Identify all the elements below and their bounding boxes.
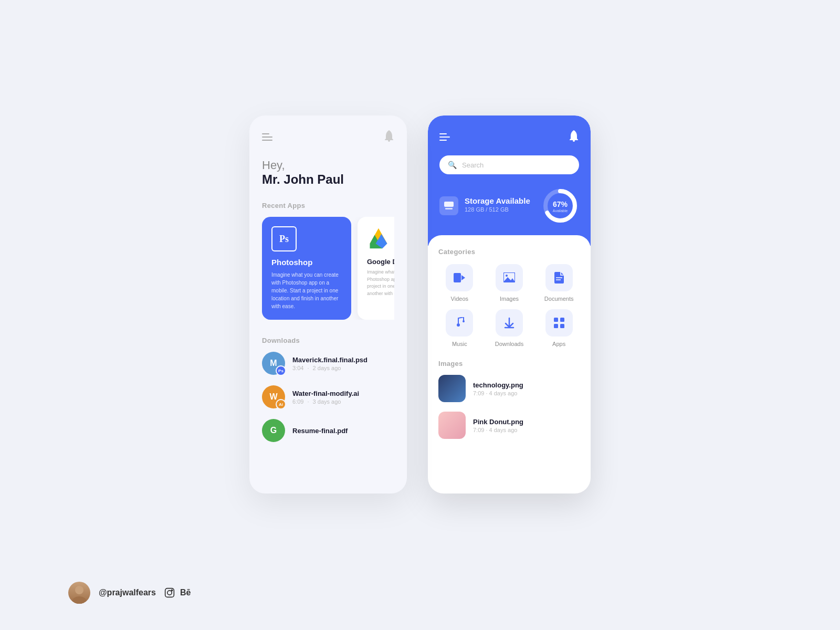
images-icon <box>496 264 523 291</box>
right-phone: 🔍 Search Storage Available 128 GB / 512 … <box>428 116 591 494</box>
category-documents[interactable]: Documents <box>538 264 580 302</box>
donut-image-meta: 7:09 · 4 days ago <box>473 427 523 433</box>
google-drive-card[interactable]: Google Dr Imagine what you Photoshop app… <box>358 217 394 320</box>
svg-point-0 <box>388 140 390 142</box>
storage-title: Storage Available <box>465 196 530 205</box>
behance-label: Bē <box>180 588 191 597</box>
greeting-hey: Hey, <box>262 159 394 172</box>
download-item[interactable]: W Ai Water-final-modify.ai 6:09 · 3 days… <box>262 385 394 408</box>
filename-resume: Resume-final.pdf <box>292 427 348 435</box>
download-item[interactable]: G Resume-final.pdf <box>262 419 394 442</box>
svg-rect-14 <box>554 318 558 322</box>
downloads-label: Downloads <box>495 341 523 347</box>
documents-icon <box>545 264 573 291</box>
file-info-maverick: Maverick.final.final.psd 3:04 · 2 days a… <box>292 356 368 371</box>
photoshop-card[interactable]: Ps Photoshop Imagine what you can create… <box>262 217 351 320</box>
file-info-water: Water-final-modify.ai 6:09 · 3 days ago <box>292 390 359 405</box>
file-meta-water: 6:09 · 3 days ago <box>292 398 359 405</box>
svg-point-21 <box>167 591 172 595</box>
svg-point-9 <box>506 275 508 277</box>
footer-social-icons: Bē <box>164 587 191 598</box>
photoshop-name: Photoshop <box>271 258 342 267</box>
storage-row: Storage Available 128 GB / 512 GB 67% Av… <box>439 187 579 225</box>
svg-rect-15 <box>560 318 564 322</box>
photoshop-desc: Imagine what you can create with Photosh… <box>271 271 342 310</box>
percent-label: Available <box>553 209 568 213</box>
file-meta-maverick: 3:04 · 2 days ago <box>292 365 368 371</box>
donut-image-info: Pink Donut.png 7:09 · 4 days ago <box>473 418 523 433</box>
storage-sub: 128 GB / 512 GB <box>465 206 530 213</box>
instagram-icon[interactable] <box>164 587 175 598</box>
downloads-label: Downloads <box>262 337 394 344</box>
right-phone-bottom: Categories Videos <box>428 235 591 461</box>
drive-desc: Imagine what you Photoshop app on a proj… <box>367 269 394 297</box>
svg-rect-17 <box>560 324 564 328</box>
categories-label: Categories <box>438 248 580 256</box>
right-phone-top: 🔍 Search Storage Available 128 GB / 512 … <box>428 116 591 246</box>
downloads-section: Downloads M Ps Maverick.final.final.psd … <box>262 337 394 442</box>
percent-number: 67% <box>553 200 568 208</box>
tech-image-meta: 7:09 · 4 days ago <box>473 390 523 396</box>
search-bar[interactable]: 🔍 Search <box>439 155 579 174</box>
filename-water: Water-final-modify.ai <box>292 390 359 397</box>
footer: @prajwalfears Bē <box>68 582 191 604</box>
svg-rect-2 <box>444 202 454 207</box>
right-phone-header <box>439 130 579 144</box>
videos-icon <box>446 264 473 291</box>
image-item-donut[interactable]: Pink Donut.png 7:09 · 4 days ago <box>438 412 580 439</box>
avatar-image <box>68 582 90 604</box>
file-avatar-water: W Ai <box>262 385 285 408</box>
category-downloads[interactable]: Downloads <box>488 309 531 347</box>
footer-avatar <box>68 582 90 604</box>
menu-icon[interactable] <box>262 133 272 141</box>
svg-marker-7 <box>461 275 465 280</box>
documents-label: Documents <box>544 296 574 302</box>
svg-point-1 <box>573 140 575 142</box>
category-videos[interactable]: Videos <box>438 264 481 302</box>
category-music[interactable]: Music <box>438 309 481 347</box>
left-phone: Hey, Mr. John Paul Recent Apps Ps Photos… <box>249 116 407 494</box>
donut-thumbnail <box>438 412 466 439</box>
images-section: Images technology.png 7:09 · 4 days ago <box>438 360 580 439</box>
recent-apps-section: Recent Apps Ps Photoshop Imagine what yo… <box>262 202 394 320</box>
image-item-tech[interactable]: technology.png 7:09 · 4 days ago <box>438 375 580 402</box>
svg-rect-3 <box>445 208 453 209</box>
category-apps[interactable]: Apps <box>538 309 580 347</box>
categories-section: Categories Videos <box>438 248 580 347</box>
category-grid: Videos Images <box>438 264 580 347</box>
ps-icon: Ps <box>271 226 297 251</box>
videos-label: Videos <box>451 296 468 302</box>
svg-rect-6 <box>454 273 461 282</box>
apps-icon <box>545 309 573 337</box>
tech-image-name: technology.png <box>473 381 523 389</box>
bell-icon[interactable] <box>384 130 394 144</box>
drive-icon <box>367 226 390 249</box>
downloads-icon <box>496 309 523 337</box>
category-images[interactable]: Images <box>488 264 531 302</box>
search-icon: 🔍 <box>448 161 457 169</box>
images-section-label: Images <box>438 360 580 368</box>
music-label: Music <box>452 341 467 347</box>
drive-name: Google Dr <box>367 258 394 266</box>
storage-text: Storage Available 128 GB / 512 GB <box>465 196 530 213</box>
tech-image-info: technology.png 7:09 · 4 days ago <box>473 381 523 396</box>
svg-rect-16 <box>554 324 558 328</box>
file-info-resume: Resume-final.pdf <box>292 427 348 435</box>
svg-point-19 <box>72 596 87 604</box>
greeting-section: Hey, Mr. John Paul <box>262 159 394 187</box>
right-menu-icon[interactable] <box>439 133 450 141</box>
recent-apps-label: Recent Apps <box>262 202 394 209</box>
footer-handle: @prajwalfears <box>99 588 156 597</box>
download-item[interactable]: M Ps Maverick.final.final.psd 3:04 · 2 d… <box>262 352 394 375</box>
tech-thumbnail <box>438 375 466 402</box>
apps-label: Apps <box>552 341 565 347</box>
right-bell-icon[interactable] <box>569 130 579 144</box>
apps-row: Ps Photoshop Imagine what you can create… <box>262 217 394 320</box>
storage-icon <box>439 196 458 215</box>
filename-maverick: Maverick.final.final.psd <box>292 356 368 364</box>
search-placeholder: Search <box>462 161 484 169</box>
images-label: Images <box>500 296 519 302</box>
svg-point-18 <box>75 586 83 594</box>
greeting-name: Mr. John Paul <box>262 172 394 187</box>
left-phone-header <box>262 130 394 144</box>
